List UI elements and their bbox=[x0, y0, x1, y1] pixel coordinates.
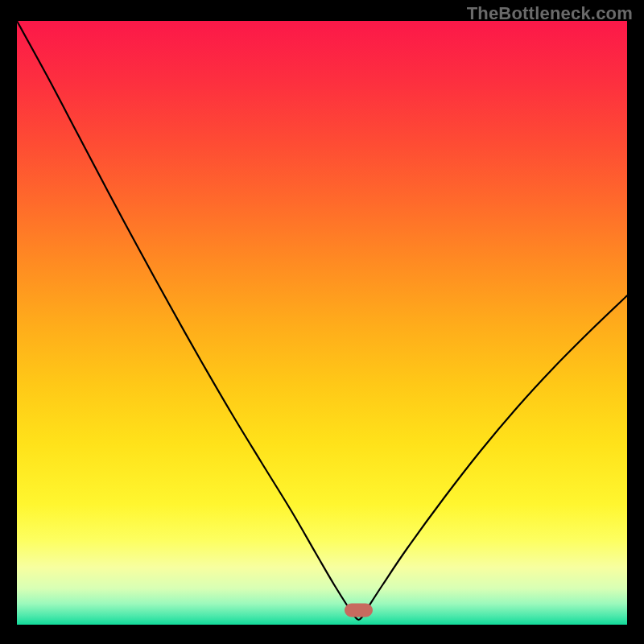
watermark-text: TheBottleneck.com bbox=[467, 3, 633, 24]
bottleneck-chart bbox=[17, 21, 627, 625]
plot-area bbox=[17, 21, 627, 625]
optimum-marker bbox=[345, 604, 372, 617]
chart-frame: TheBottleneck.com bbox=[0, 0, 644, 644]
gradient-background bbox=[17, 21, 627, 625]
